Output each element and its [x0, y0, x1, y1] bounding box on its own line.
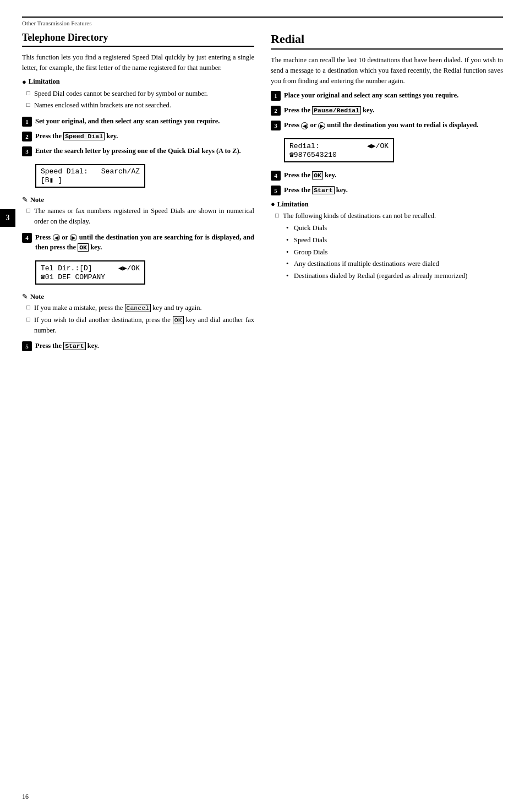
page-number: 16: [22, 793, 29, 801]
lcd1-line1-right: Search/AZ: [101, 167, 140, 176]
lcd2-line2: ☎01 DEF COMPANY: [41, 273, 140, 281]
main-content: Telephone Directory This function lets y…: [22, 32, 503, 356]
limitation-block-right: ● Limitation The following kinds of dest…: [271, 200, 503, 281]
step-right-4: 4 Press the OK key.: [271, 170, 503, 181]
redial-title: Redial: [271, 32, 503, 50]
step-right-5: 5 Press the Start key.: [271, 185, 503, 195]
step-left-1: 1 Set your original, and then select any…: [22, 116, 254, 127]
limitation-icon-right: ●: [271, 200, 275, 209]
ok-key-redial: OK: [312, 171, 323, 179]
step-right-1: 1 Place your original and select any sca…: [271, 90, 503, 101]
top-divider: [22, 17, 503, 18]
lcd-redial-line1-left: Redial:: [289, 142, 320, 150]
note-item-2-2: If you wish to dial another destination,…: [26, 315, 254, 336]
circle-left-icon: ◀: [53, 234, 60, 241]
limitation-bullet-1: Quick Dials: [286, 223, 503, 233]
note-item-2-1: If you make a mistake, press the Cancel …: [26, 303, 254, 313]
circle-right-icon: ▶: [70, 234, 77, 241]
limitation-bullet-list: Quick Dials Speed Dials Group Dials Any …: [271, 223, 503, 281]
limitation-title-left: ● Limitation: [22, 78, 254, 86]
telephone-directory-section: Telephone Directory This function lets y…: [22, 32, 254, 356]
limitation-block-left: ● Limitation Speed Dial codes cannot be …: [22, 78, 254, 111]
ok-key-1: OK: [78, 243, 89, 252]
lcd-redial-line2: ☎9876543210: [289, 150, 389, 159]
circle-left-icon-r: ◀: [301, 122, 308, 129]
redial-section: Redial The machine can recall the last 1…: [271, 32, 503, 356]
note-block-2: ✎ Note If you make a mistake, press the …: [22, 292, 254, 335]
step-left-2: 2 Press the Speed Dial key.: [22, 131, 254, 141]
note-title-1: ✎ Note: [22, 195, 254, 204]
lcd-display-1: Speed Dial: Search/AZ [B▮ ]: [35, 164, 145, 188]
note-icon-2: ✎: [22, 292, 28, 301]
limitation-item-1: Speed Dial codes cannot be searched for …: [26, 89, 254, 99]
limitation-list-left: Speed Dial codes cannot be searched for …: [22, 89, 254, 111]
lcd-display-2: Tel Dir.:[D] ◀▶/OK ☎01 DEF COMPANY: [35, 260, 145, 285]
breadcrumb: Other Transmission Features: [22, 20, 503, 26]
note-title-2: ✎ Note: [22, 292, 254, 301]
start-key-left: Start: [63, 342, 86, 350]
note-icon-1: ✎: [22, 195, 28, 204]
chapter-tab: 3: [0, 209, 15, 227]
telephone-directory-title: Telephone Directory: [22, 32, 254, 47]
start-key-right: Start: [312, 186, 335, 194]
note-list-2: If you make a mistake, press the Cancel …: [22, 303, 254, 335]
limitation-title-right: ● Limitation: [271, 200, 503, 209]
limitation-bullet-2: Speed Dials: [286, 235, 503, 246]
step-left-4: 4 Press ◀ or ▶ until the destination you…: [22, 232, 254, 253]
note-block-1: ✎ Note The names or fax numbers register…: [22, 195, 254, 227]
lcd2-line1-left: Tel Dir.:[D]: [41, 264, 92, 273]
pause-redial-key: Pause/Redial: [312, 106, 361, 115]
lcd2-line1-right: ◀▶/OK: [118, 264, 140, 273]
circle-right-icon-r: ▶: [318, 122, 325, 129]
page: Other Transmission Features 3 Telephone …: [0, 0, 525, 812]
lcd-redial-line1-right: ◀▶/OK: [367, 141, 389, 150]
speed-dial-key: Speed Dial: [63, 132, 105, 140]
lcd2-row1: Tel Dir.:[D] ◀▶/OK: [41, 264, 140, 273]
telephone-directory-intro: This function lets you find a registered…: [22, 52, 254, 73]
note-list-1: The names or fax numbers registered in S…: [22, 206, 254, 227]
limitation-item-2: Names enclosed within brackets are not s…: [26, 100, 254, 111]
step-left-5: 5 Press the Start key.: [22, 341, 254, 351]
note-item-1-1: The names or fax numbers registered in S…: [26, 206, 254, 227]
limitation-bullet-5: Destinations dialed by Redial (regarded …: [286, 271, 503, 281]
lcd-redial-row1: Redial: ◀▶/OK: [289, 141, 389, 150]
limitation-list-right: The following kinds of destinations can …: [271, 211, 503, 221]
limitation-bullet-4: Any destinations if multiple destination…: [286, 259, 503, 269]
lcd-display-redial: Redial: ◀▶/OK ☎9876543210: [284, 138, 394, 162]
step-right-3: 3 Press ◀ or ▶ until the destination you…: [271, 120, 503, 130]
lcd1-row1: Speed Dial: Search/AZ: [41, 167, 140, 176]
cancel-key: Cancel: [125, 304, 151, 312]
ok-key-2: OK: [173, 316, 184, 324]
redial-intro: The machine can recall the last 10 desti…: [271, 55, 503, 86]
limitation-icon-left: ●: [22, 78, 26, 86]
step-left-3: 3 Enter the search letter by pressing on…: [22, 146, 254, 156]
limitation-right-intro: The following kinds of destinations can …: [275, 211, 503, 221]
lcd1-line2: [B▮ ]: [41, 176, 140, 184]
limitation-bullet-3: Group Dials: [286, 247, 503, 258]
lcd1-line1-left: Speed Dial:: [41, 167, 88, 176]
step-right-2: 2 Press the Pause/Redial key.: [271, 105, 503, 116]
